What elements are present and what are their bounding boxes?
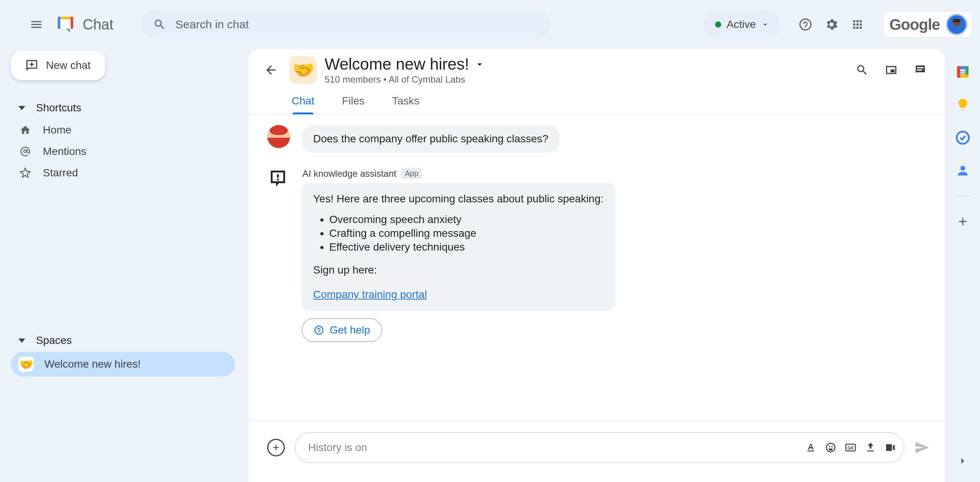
collapse-rail-button[interactable] [957, 455, 969, 467]
bot-list-item: Overcoming speech anxiety [329, 213, 604, 226]
shortcuts-header[interactable]: Shortcuts [11, 96, 235, 119]
sidebar-item-label: Starred [43, 167, 78, 179]
active-dot-icon [715, 21, 721, 28]
get-help-button[interactable]: Get help [302, 318, 382, 342]
meet-button[interactable] [885, 442, 896, 453]
plus-icon [271, 443, 281, 453]
home-icon [18, 124, 32, 136]
brand-name: Chat [83, 16, 113, 33]
space-subtitle: 510 members • All of Cymbal Labs [325, 74, 485, 85]
search-in-space-button[interactable] [851, 59, 873, 81]
bot-message: Yes! Here are three upcoming classes abo… [302, 183, 615, 311]
space-name: Welcome new hires! [44, 358, 141, 370]
space-icon: 🤝 [289, 56, 317, 84]
help-icon [314, 325, 324, 335]
chat-logo-icon [55, 14, 76, 35]
sidebar-item-label: Home [43, 124, 72, 136]
spaces-header[interactable]: Spaces [11, 329, 235, 352]
message-input[interactable] [308, 441, 797, 454]
bot-list-item: Effective delivery techniques [329, 241, 604, 253]
get-addons-button[interactable] [955, 214, 970, 229]
handshake-icon: 🤝 [18, 357, 34, 372]
message-composer[interactable]: GIF [295, 432, 904, 463]
tab-chat[interactable]: Chat [290, 89, 316, 114]
new-chat-button[interactable]: New chat [11, 50, 105, 80]
user-avatar [267, 125, 290, 148]
bot-avatar [267, 168, 290, 191]
apps-button[interactable] [845, 12, 870, 37]
send-button[interactable] [914, 440, 929, 455]
tab-files[interactable]: Files [340, 89, 366, 114]
emoji-button[interactable] [825, 442, 836, 453]
training-portal-link[interactable]: Company training portal [313, 288, 427, 300]
pip-button[interactable] [880, 59, 902, 81]
help-button[interactable] [793, 12, 818, 37]
keep-app-icon[interactable] [955, 97, 970, 112]
spaces-label: Spaces [36, 334, 72, 347]
sidebar-item-mentions[interactable]: Mentions [11, 141, 235, 162]
contacts-app-icon[interactable] [955, 163, 970, 178]
star-icon [18, 167, 32, 179]
at-icon [18, 146, 32, 157]
new-chat-icon [25, 59, 38, 72]
search-input[interactable] [175, 18, 540, 31]
tab-tasks[interactable]: Tasks [390, 89, 421, 114]
upload-button[interactable] [865, 442, 876, 453]
account-switcher[interactable]: Google [883, 11, 972, 38]
caret-down-icon [18, 339, 25, 343]
gif-button[interactable]: GIF [845, 442, 856, 453]
bot-signup: Sign up here: [313, 264, 604, 276]
shortcuts-label: Shortcuts [36, 102, 81, 114]
new-chat-label: New chat [46, 59, 91, 72]
svg-rect-2 [952, 27, 961, 34]
bot-intro: Yes! Here are three upcoming classes abo… [313, 193, 604, 205]
back-button[interactable] [260, 59, 282, 81]
bot-list-item: Crafting a compelling message [329, 227, 604, 239]
sidebar-item-home[interactable]: Home [11, 119, 235, 141]
sidebar-space-welcome[interactable]: 🤝 Welcome new hires! [11, 352, 235, 376]
svg-rect-3 [953, 19, 960, 22]
app-badge: App [401, 168, 422, 179]
sidebar-item-starred[interactable]: Starred [11, 162, 235, 184]
settings-button[interactable] [819, 12, 844, 37]
svg-text:GIF: GIF [848, 446, 854, 450]
main-menu-button[interactable] [23, 11, 50, 38]
space-title: Welcome new hires! [325, 55, 469, 73]
format-button[interactable] [805, 442, 817, 453]
chevron-down-icon [474, 59, 485, 70]
space-dropdown-button[interactable] [474, 59, 485, 70]
bot-name: AI knowledge assistant [302, 168, 396, 179]
search-bar[interactable] [142, 10, 551, 39]
caret-down-icon [18, 106, 25, 110]
avatar [946, 14, 967, 35]
status-chip[interactable]: Active [704, 10, 780, 39]
status-label: Active [727, 18, 756, 31]
attach-button[interactable] [267, 439, 285, 456]
user-message: Does the company offer public speaking c… [302, 125, 560, 153]
sidebar-item-label: Mentions [43, 145, 87, 158]
thread-panel-button[interactable] [910, 59, 931, 81]
search-icon [153, 18, 166, 31]
tasks-app-icon[interactable] [955, 130, 970, 145]
google-wordmark: Google [889, 16, 940, 33]
brand: Chat [55, 14, 113, 35]
chevron-down-icon [761, 20, 769, 29]
get-help-label: Get help [330, 324, 370, 336]
calendar-app-icon[interactable]: 31 [955, 64, 970, 80]
svg-text:31: 31 [960, 70, 966, 75]
